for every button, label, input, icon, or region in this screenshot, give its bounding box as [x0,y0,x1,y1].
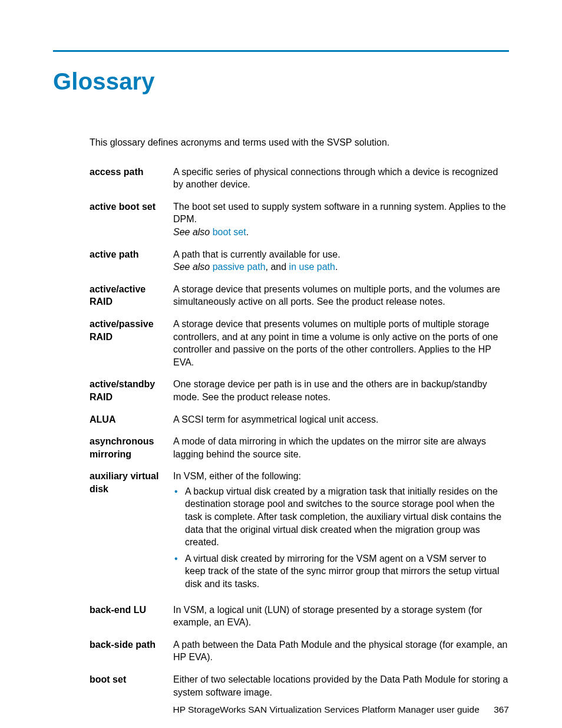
term-label: back-end LU [90,604,167,629]
see-also-label: See also [173,262,210,272]
glossary-entry: asynchronous mirroring A mode of data mi… [90,435,509,460]
footer-text: HP StorageWorks SAN Virtualization Servi… [173,704,479,714]
definition-body: A path that is currently available for u… [173,249,340,259]
term-label: back-side path [90,638,167,664]
definition-lead: In VSM, either of the following: [173,471,301,481]
definition-text: In VSM, a logical unit (LUN) of storage … [173,604,509,629]
definition-text: A path between the Data Path Module and … [173,638,509,664]
definition-text: A path that is currently available for u… [173,248,509,274]
term-label: asynchronous mirroring [90,435,167,460]
glossary-list: access path A specific series of physica… [90,166,509,699]
page-number: 367 [494,704,509,714]
glossary-entry: ALUA A SCSI term for asymmetrical logica… [90,413,509,426]
term-label: active/standby RAID [90,378,167,403]
term-label: access path [90,166,167,191]
see-also-label: See also [173,227,210,237]
punct: . [246,227,249,237]
list-item: A backup virtual disk created by a migra… [173,485,509,549]
cross-reference-link[interactable]: boot set [213,227,246,237]
glossary-entry: auxiliary virtual disk In VSM, either of… [90,470,509,594]
term-label: active/passive RAID [90,318,167,368]
term-label: active boot set [90,200,167,239]
glossary-entry: boot set Either of two selectable locati… [90,673,509,699]
definition-text: A specific series of physical connection… [173,166,509,191]
page-title: Glossary [53,68,509,95]
glossary-entry: active/standby RAID One storage device p… [90,378,509,403]
top-rule [53,50,509,52]
definition-text: The boot set used to supply system softw… [173,200,509,239]
term-label: active path [90,248,167,274]
cross-reference-link[interactable]: in use path [289,262,335,272]
punct: . [335,262,338,272]
definition-text: Either of two selectable locations provi… [173,673,509,699]
definition-text: In VSM, either of the following: A backu… [173,470,509,594]
term-label: boot set [90,673,167,699]
page-footer: HP StorageWorks SAN Virtualization Servi… [173,704,509,715]
glossary-entry: active path A path that is currently ava… [90,248,509,274]
glossary-entry: active/active RAID A storage device that… [90,283,509,308]
definition-text: A storage device that presents volumes o… [173,318,509,368]
term-label: auxiliary virtual disk [90,470,167,594]
sep-text: , and [266,262,289,272]
definition-text: One storage device per path is in use an… [173,378,509,403]
glossary-entry: back-end LU In VSM, a logical unit (LUN)… [90,604,509,629]
glossary-entry: access path A specific series of physica… [90,166,509,191]
bullet-list: A backup virtual disk created by a migra… [173,485,509,591]
definition-text: A SCSI term for asymmetrical logical uni… [173,413,509,426]
intro-text: This glossary defines acronyms and terms… [90,136,509,149]
definition-text: A storage device that presents volumes o… [173,283,509,308]
glossary-entry: back-side path A path between the Data P… [90,638,509,664]
document-page: Glossary This glossary defines acronyms … [0,0,562,728]
list-item: A virtual disk created by mirroring for … [173,552,509,591]
glossary-entry: active boot set The boot set used to sup… [90,200,509,239]
cross-reference-link[interactable]: passive path [213,262,266,272]
term-label: ALUA [90,413,167,426]
glossary-entry: active/passive RAID A storage device tha… [90,318,509,368]
definition-body: The boot set used to supply system softw… [173,202,506,225]
definition-text: A mode of data mirroring in which the up… [173,435,509,460]
term-label: active/active RAID [90,283,167,308]
